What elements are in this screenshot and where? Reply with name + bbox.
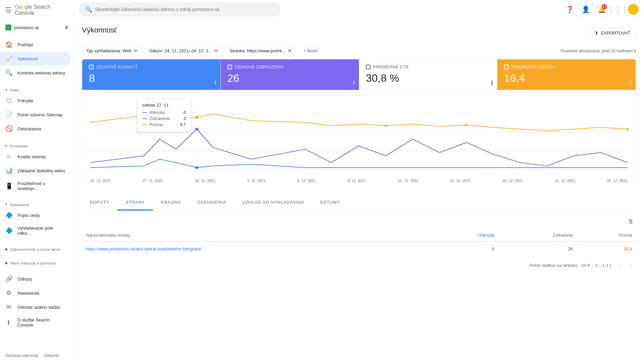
- metric-header: ✓ Celkové kliknutí: [89, 65, 214, 69]
- prostredie-section-label[interactable]: ▾ Prostredie: [0, 141, 73, 149]
- sidebar-item-výkonnosť[interactable]: 📈 Výkonnosť: [0, 52, 71, 66]
- notifications-button[interactable]: 🔔 17: [596, 3, 608, 15]
- metric-checkbox[interactable]: ✓: [504, 65, 509, 69]
- col-pozicia[interactable]: Pozícia: [577, 230, 636, 241]
- x-label: 12. 12. 2021: [398, 179, 418, 183]
- x-label: 9. 12. 2021: [347, 179, 366, 183]
- property-selector[interactable]: portretovo.sk ▾: [0, 20, 73, 35]
- download-icon: ⬇: [595, 31, 598, 36]
- metric-kliknuti[interactable]: ✓ Celkové kliknutí 8 ℹ: [82, 59, 221, 90]
- sidebar-item-prehľad[interactable]: 🏠 Prehľad: [0, 38, 71, 52]
- sidebar-item-pokrytie[interactable]: ⬡ Pokrytie: [0, 94, 71, 108]
- filter-page-label: Stránka: https://www.portre...: [230, 48, 286, 53]
- coverage-icon: ⬡: [5, 97, 12, 104]
- section-arrow: ▶: [5, 261, 8, 265]
- chart-tooltip: sobota 27. 11. Kliknutia 0 Zobrazenia 3 …: [137, 99, 191, 132]
- privacy-link[interactable]: Ochrana súkromia: [5, 353, 38, 358]
- notification-badge: 17: [602, 4, 607, 9]
- metric-info-icon[interactable]: ℹ: [491, 79, 493, 86]
- search-input[interactable]: [95, 7, 275, 12]
- index-section: ▾ Index ⬡ Pokrytie 📄 Počet súborov Sitem…: [0, 82, 73, 138]
- metric-value: 30,8 %: [366, 72, 491, 84]
- rows-per-page: Počet riadkov na stránku: 10 ▾: [529, 263, 590, 268]
- next-page-button[interactable]: ›: [627, 260, 636, 270]
- sidebar-item-label: Nastavenia: [17, 291, 39, 296]
- sidebar-item-label: Použiteľnosť v mobilnýc...: [17, 181, 65, 191]
- metric-checkbox[interactable]: ✓: [89, 65, 94, 69]
- metric-checkbox[interactable]: [366, 65, 371, 69]
- sidebar-item-pouzitelnost[interactable]: 📱 Použiteľnosť v mobilnýc...: [0, 178, 71, 194]
- add-filter-button[interactable]: + Nové: [299, 46, 322, 56]
- x-label: 3. 12. 2021: [247, 179, 266, 183]
- table-filter-button[interactable]: ⇅: [625, 216, 636, 227]
- terms-link[interactable]: Zmluvné: [44, 353, 59, 358]
- sidebar-item-label: Odstránenia: [17, 126, 41, 131]
- tab-zariadenia[interactable]: ZARIADENIA: [189, 195, 234, 210]
- x-label: 15. 12. 2021: [450, 179, 471, 183]
- help-button[interactable]: ❓: [564, 3, 576, 15]
- sidebar-item-label: O službe Search Console: [17, 317, 65, 327]
- table-cell-url[interactable]: https://www.portretovo.sk/ako-vybrat-sva…: [82, 241, 425, 256]
- zabezpecenie-section-label[interactable]: ▶ Zabezpečenie a ručné akcie: [0, 244, 73, 253]
- sidebar-item-about[interactable]: ℹ O službe Search Console: [0, 314, 71, 331]
- table-cell-pozicia: 16,4: [577, 241, 636, 256]
- sidebar-item-label: Odoslať spätnú väzbu: [17, 305, 60, 310]
- rows-per-page-select[interactable]: 10 ▾: [581, 263, 590, 268]
- page-title: Výkonnosť: [82, 26, 117, 35]
- tab-krajiny[interactable]: KRAJINY: [153, 195, 190, 210]
- metric-info-icon[interactable]: ℹ: [353, 79, 355, 86]
- sidebar-item-vyhladavacie[interactable]: 🔷 Vyhľadávacie pole odka...: [0, 222, 71, 239]
- data-table: Najvýznamnejšie stránky ↓ Kliknutia Zobr…: [82, 230, 636, 256]
- sidebar-item-feedback[interactable]: ✉ Odoslať spätnú väzbu: [0, 300, 71, 314]
- sidebar-item-label: Kontrola webovej adresy: [17, 70, 65, 75]
- chart-xaxis: 24. 11. 2021 27. 11. 2021 30. 11. 2021 3…: [90, 176, 628, 187]
- menu-icon[interactable]: ☰: [5, 6, 11, 14]
- add-icon: +: [303, 48, 306, 53]
- vylepsenia-section-label[interactable]: ▾ Vylepšenia: [0, 200, 73, 208]
- data-point: [626, 128, 629, 130]
- sidebar-item-popis[interactable]: 🔷 Popis cesty: [0, 208, 71, 222]
- table-cell-zobrazenia: 26: [498, 241, 577, 256]
- data-point: [384, 125, 387, 127]
- sidebar-item-zakladne[interactable]: 📊 Základné štatistiky webu: [0, 164, 71, 178]
- sidebar-item-sitemap[interactable]: 📄 Počet súborov Sitemap: [0, 108, 71, 122]
- metric-checkbox[interactable]: ✓: [227, 65, 232, 69]
- sitemap-icon: 📄: [5, 111, 12, 118]
- topbar-actions: ❓ 👤 🔔 17 ⋮⋮⋮: [564, 3, 639, 15]
- export-button[interactable]: ⬇ EXPORTOVAŤ: [589, 27, 636, 39]
- filter-type[interactable]: Typ vyhľadávania: Web ✏: [82, 45, 142, 56]
- page-nav: 1 – 1 z 1 ‹ ›: [595, 260, 636, 270]
- search-icon: 🔍: [85, 6, 92, 13]
- stare-section-label[interactable]: ▶ Staré nástroje a prehľady: [0, 258, 73, 266]
- metric-info-icon[interactable]: ℹ: [630, 79, 632, 86]
- close-icon[interactable]: ✕: [287, 48, 292, 54]
- col-zobrazenia[interactable]: Zobrazenia: [498, 230, 577, 241]
- account-settings-icon[interactable]: 👤: [580, 3, 592, 15]
- tooltip-dot: [142, 124, 147, 125]
- sidebar-item-kontrola[interactable]: 🔍 Kontrola webovej adresy: [0, 66, 71, 80]
- tab-dopyty[interactable]: DOPYTY: [82, 195, 117, 210]
- index-section-label[interactable]: ▾ Index: [0, 85, 73, 94]
- user-avatar[interactable]: [628, 4, 639, 15]
- search-box[interactable]: 🔍: [79, 3, 280, 16]
- sidebar-item-odstranenia[interactable]: 🚫 Odstránenia: [0, 122, 71, 136]
- app-logo: Google Search Console: [15, 4, 68, 16]
- tab-datumy[interactable]: DÁTUMY: [312, 195, 348, 210]
- metric-info-icon[interactable]: ℹ: [214, 79, 216, 86]
- sidebar-item-odkazy[interactable]: 🔗 Odkazy: [0, 272, 71, 286]
- prev-page-button[interactable]: ‹: [614, 260, 624, 270]
- tab-strany[interactable]: STRANY: [117, 195, 153, 210]
- apps-button[interactable]: ⋮⋮⋮: [612, 3, 624, 15]
- metric-pozicia[interactable]: ✓ Priemerná pozícia 16,4 ℹ: [497, 59, 636, 90]
- filter-date[interactable]: Dátum: 24. 11. 2021–24. 12. 2... ✏: [145, 45, 222, 56]
- tab-vzhľad[interactable]: VZHĽAD VO VYHĽADÁVANÍ: [234, 195, 312, 210]
- filter-page[interactable]: Stránka: https://www.portre... ✕: [225, 45, 297, 56]
- tooltip-dot: [142, 112, 147, 113]
- section-arrow: ▾: [5, 144, 8, 148]
- sidebar-item-nastavenia[interactable]: ⚙ Nastavenia: [0, 286, 71, 300]
- pagination: Počet riadkov na stránku: 10 ▾ 1 – 1 z 1…: [82, 256, 636, 274]
- metric-zobrazenia[interactable]: ✓ Celkové zobrazenia 26 ℹ: [221, 59, 359, 90]
- metric-ctr[interactable]: Priemerná CTR 30,8 % ℹ: [359, 59, 498, 90]
- col-kliknuti[interactable]: ↓ Kliknutia: [425, 230, 498, 241]
- sidebar-item-kvalita[interactable]: ☆ Kvalita stránky: [0, 149, 71, 164]
